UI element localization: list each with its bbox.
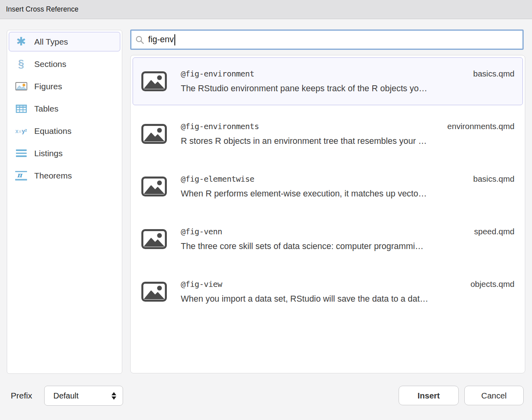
asterisk-icon: ✱	[14, 36, 28, 47]
result-id: @fig-view	[181, 279, 222, 289]
prefix-select[interactable]: Default	[44, 386, 123, 406]
result-description: When R performs element-wise execution, …	[181, 189, 514, 199]
sidebar-item-label: Sections	[34, 59, 66, 69]
result-top-line: @fig-environment basics.qmd	[181, 69, 514, 79]
image-icon	[141, 124, 167, 144]
figure-icon	[14, 81, 28, 91]
result-top-line: @fig-elementwise basics.qmd	[181, 174, 514, 184]
result-body: @fig-elementwise basics.qmd When R perfo…	[181, 174, 514, 199]
sidebar-item-label: All Types	[34, 37, 68, 47]
prefix-label: Prefix	[11, 386, 32, 406]
result-id: @fig-venn	[181, 227, 222, 236]
sidebar-item-figures[interactable]: Figures	[9, 77, 120, 96]
result-description: When you import a data set, RStudio will…	[181, 294, 514, 304]
result-body: @fig-environment basics.qmd The RStudio …	[181, 69, 514, 94]
text-cursor	[174, 34, 175, 45]
type-filter-panel: ✱ All Types § Sections Figures Tables x=…	[7, 30, 122, 374]
section-icon: §	[14, 59, 28, 69]
image-icon	[141, 229, 167, 249]
result-id: @fig-environment	[181, 69, 254, 79]
result-id: @fig-elementwise	[181, 174, 254, 184]
result-top-line: @fig-environments environments.qmd	[181, 122, 514, 131]
result-file: environments.qmd	[447, 122, 514, 131]
result-top-line: @fig-view objects.qmd	[181, 279, 514, 289]
result-id: @fig-environments	[181, 122, 259, 131]
select-arrows-icon	[111, 392, 116, 400]
sidebar-item-equations[interactable]: x=y2 Equations	[9, 121, 120, 141]
result-description: R stores R objects in an environment tre…	[181, 136, 514, 146]
result-description: The RStudio environment pane keeps track…	[181, 84, 514, 94]
sidebar-item-all-types[interactable]: ✱ All Types	[9, 32, 120, 51]
sidebar-item-theorems[interactable]: π Theorems	[9, 166, 120, 185]
result-body: @fig-environments environments.qmd R sto…	[181, 122, 514, 146]
prefix-select-value: Default	[53, 391, 111, 400]
result-file: basics.qmd	[473, 174, 514, 184]
results-list: @fig-environment basics.qmd The RStudio …	[130, 55, 525, 373]
result-file: objects.qmd	[470, 279, 514, 289]
cancel-button[interactable]: Cancel	[464, 386, 524, 405]
sidebar-item-label: Figures	[34, 82, 62, 91]
search-icon	[135, 35, 145, 45]
dialog-title: Insert Cross Reference	[6, 5, 78, 14]
table-icon	[14, 104, 28, 114]
result-row[interactable]: @fig-venn speed.qmd The three core skill…	[133, 215, 523, 263]
result-row[interactable]: @fig-environment basics.qmd The RStudio …	[133, 57, 523, 105]
sidebar-item-label: Listings	[34, 149, 63, 158]
image-icon	[141, 281, 167, 302]
equation-icon: x=y2	[14, 128, 28, 134]
sidebar-item-tables[interactable]: Tables	[9, 99, 120, 118]
result-description: The three core skill sets of data scienc…	[181, 241, 514, 251]
image-icon	[141, 176, 167, 197]
insert-button[interactable]: Insert	[399, 386, 459, 405]
result-row[interactable]: @fig-environments environments.qmd R sto…	[133, 110, 523, 158]
theorem-icon: π	[14, 171, 28, 181]
sidebar-item-sections[interactable]: § Sections	[9, 54, 120, 74]
search-box[interactable]: fig-env	[130, 29, 524, 50]
result-file: speed.qmd	[474, 227, 514, 236]
search-input[interactable]: fig-env	[148, 35, 174, 45]
result-body: @fig-venn speed.qmd The three core skill…	[181, 227, 514, 251]
dialog-titlebar: Insert Cross Reference	[0, 0, 532, 19]
sidebar-item-label: Theorems	[34, 171, 72, 181]
result-top-line: @fig-venn speed.qmd	[181, 227, 514, 236]
result-file: basics.qmd	[473, 69, 514, 79]
result-row[interactable]: @fig-view objects.qmd When you import a …	[133, 268, 523, 316]
result-row[interactable]: @fig-elementwise basics.qmd When R perfo…	[133, 163, 523, 210]
sidebar-item-listings[interactable]: Listings	[9, 143, 120, 163]
sidebar-item-label: Equations	[34, 126, 71, 136]
image-icon	[141, 71, 167, 92]
listing-icon	[14, 149, 28, 157]
result-body: @fig-view objects.qmd When you import a …	[181, 279, 514, 304]
sidebar-item-label: Tables	[34, 104, 59, 114]
